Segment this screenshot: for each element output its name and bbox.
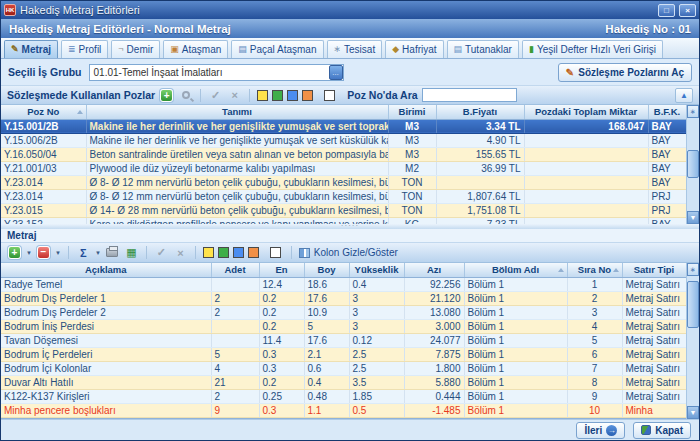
cell: 3 — [349, 291, 404, 305]
kolon-gizle-goster-button[interactable]: Kolon Gizle/Göster — [314, 247, 398, 258]
cell: 0.25 — [259, 389, 304, 403]
color-chip-yellow[interactable] — [203, 247, 214, 258]
column-customize-icon[interactable]: ∗ — [687, 263, 699, 276]
metraj-header-row: Açıklama Adet En Boy Yükseklik Azı Bölüm… — [1, 263, 686, 277]
cell: 9 — [211, 403, 259, 417]
cell: 0.4 — [304, 375, 349, 389]
table-row[interactable]: Y.23.014Ø 8- Ø 12 mm nervürlü beton çeli… — [1, 189, 686, 203]
maximize-button[interactable]: □ — [658, 4, 675, 17]
col-birimi[interactable]: Birimi — [388, 105, 436, 119]
table-row[interactable]: Bodrum İniş Perdesi0.2533.000Bölüm 14Met… — [1, 319, 686, 333]
tab-hafriyat[interactable]: ◆Hafriyat — [385, 40, 443, 58]
table-row[interactable]: Duvar Altı Hatılı210.20.43.55.880Bölüm 1… — [1, 375, 686, 389]
tesisat-icon: ∗ — [334, 45, 342, 54]
table-row[interactable]: Y.23.015Ø 14- Ø 28 mm nervürlü beton çel… — [1, 203, 686, 217]
scroll-down-icon[interactable]: ▼ — [687, 211, 699, 224]
scroll-thumb[interactable] — [687, 150, 699, 178]
cell — [524, 133, 648, 147]
color-chip-blue[interactable] — [287, 90, 298, 101]
search-poz-button[interactable] — [178, 88, 193, 103]
cell: 18.6 — [304, 277, 349, 291]
confirm-button[interactable]: ✓ — [154, 245, 169, 260]
cell: Radye Temel — [1, 277, 211, 291]
is-grubu-combobox[interactable]: 01.01-Temel İnşaat İmalatları … — [89, 64, 344, 81]
table-row[interactable]: Minha pencere boşlukları90.31.10.5-1.485… — [1, 403, 686, 417]
col-poz-no[interactable]: Poz No — [1, 105, 86, 119]
combo-ellipsis-button[interactable]: … — [329, 65, 343, 80]
tab-tutanaklar[interactable]: ▤Tutanaklar — [447, 40, 519, 58]
cell: KG — [388, 217, 436, 224]
table-row[interactable]: Radye Temel12.418.60.492.256Bölüm 11Metr… — [1, 277, 686, 291]
table-row[interactable]: Y.23.014Ø 8- Ø 12 mm nervürlü beton çeli… — [1, 175, 686, 189]
kapat-button[interactable]: Kapat — [633, 422, 691, 439]
table-row[interactable]: Bodrum İç Perdeleri50.32.12.57.875Bölüm … — [1, 347, 686, 361]
print-button[interactable] — [105, 245, 120, 260]
table-row[interactable]: Y.15.001/2BMakine ile her derinlik ve he… — [1, 119, 686, 133]
col-bfiyati[interactable]: B.Fiyatı — [436, 105, 524, 119]
col-pozdaki-toplam[interactable]: Pozdaki Toplam Miktar — [524, 105, 648, 119]
export-excel-button[interactable]: ▦ — [124, 245, 139, 260]
cell: Y.16.050/04 — [1, 147, 86, 161]
col-azi[interactable]: Azı — [404, 263, 464, 277]
color-chip-yellow[interactable] — [257, 90, 268, 101]
col-en[interactable]: En — [259, 263, 304, 277]
col-satir-tipi[interactable]: Satır Tipi — [622, 263, 686, 277]
sozlesme-pozlarini-ac-button[interactable]: ✎ Sözleşme Pozlarını Aç — [558, 63, 692, 82]
cancel-button[interactable]: × — [227, 88, 242, 103]
color-chip-blue[interactable] — [233, 247, 244, 258]
col-bfk[interactable]: B.F.K. — [648, 105, 686, 119]
collapse-up-button[interactable]: ▲ — [675, 88, 693, 103]
col-bolum-adi[interactable]: Bölüm Adı — [464, 263, 567, 277]
add-poz-button[interactable]: + — [159, 88, 174, 103]
table-row[interactable]: Y.15.006/2BMakine ile her derinlik ve he… — [1, 133, 686, 147]
remove-row-caret-icon[interactable]: ▼ — [55, 250, 61, 256]
metraj-scrollbar[interactable]: ∗ ▼ — [686, 263, 699, 419]
cell: 10.9 — [304, 305, 349, 319]
col-adet[interactable]: Adet — [211, 263, 259, 277]
color-chip-white[interactable] — [324, 90, 335, 101]
col-boy[interactable]: Boy — [304, 263, 349, 277]
close-button[interactable]: × — [679, 4, 696, 17]
cell: 3.5 — [349, 375, 404, 389]
sum-button[interactable]: Σ — [76, 245, 91, 260]
scroll-down-icon[interactable]: ▼ — [687, 406, 699, 419]
table-row[interactable]: Bodrum İçi Kolonlar40.30.62.51.800Bölüm … — [1, 361, 686, 375]
table-row[interactable]: Bodrum Dış Perdeler 120.217.6321.120Bölü… — [1, 291, 686, 305]
column-customize-icon[interactable]: ∗ — [687, 105, 699, 118]
tab-metraj[interactable]: ✎Metraj — [4, 40, 58, 58]
table-row[interactable]: K122-K137 Kirişleri20.250.481.850.444Böl… — [1, 389, 686, 403]
remove-row-button[interactable]: − — [36, 245, 51, 260]
col-aciklama[interactable]: Açıklama — [1, 263, 211, 277]
tab-pacal-atasman[interactable]: ▤Paçal Ataşman — [231, 40, 323, 58]
cell: 3.34 TL — [436, 119, 524, 133]
cell: Tavan Döşemesi — [1, 333, 211, 347]
table-row[interactable]: Y.16.050/04Beton santralinde üretilen ve… — [1, 147, 686, 161]
tab-yesil-defter[interactable]: ▮Yeşil Defter Hızlı Veri Girişi — [522, 40, 663, 58]
table-row[interactable]: Bodrum Dış Perdeler 220.210.9313.080Bölü… — [1, 305, 686, 319]
poz-search-input[interactable] — [422, 88, 517, 102]
sum-caret-icon[interactable]: ▼ — [95, 250, 101, 256]
tab-demir[interactable]: ¬Demir — [111, 40, 160, 58]
table-row[interactable]: Tavan Döşemesi11.417.60.1224.077Bölüm 15… — [1, 333, 686, 347]
add-row-caret-icon[interactable]: ▼ — [26, 250, 32, 256]
cancel-button[interactable]: × — [173, 245, 188, 260]
color-chip-green[interactable] — [272, 90, 283, 101]
col-tanimi[interactable]: Tanımı — [86, 105, 388, 119]
add-row-button[interactable]: + — [7, 245, 22, 260]
tab-atasman[interactable]: ▣Ataşman — [163, 40, 228, 58]
col-yukseklik[interactable]: Yükseklik — [349, 263, 404, 277]
col-sira-no[interactable]: Sıra No — [567, 263, 622, 277]
color-chip-orange[interactable] — [302, 90, 313, 101]
color-chip-green[interactable] — [218, 247, 229, 258]
plus-icon: + — [8, 246, 21, 259]
color-chip-orange[interactable] — [248, 247, 259, 258]
tab-profil[interactable]: ≣Profil — [61, 40, 108, 58]
ileri-button[interactable]: İleri → — [576, 422, 625, 439]
color-chip-white[interactable] — [270, 247, 281, 258]
confirm-button[interactable]: ✓ — [208, 88, 223, 103]
table-row[interactable]: Y.21.001/03Plywood ile düz yüzeyli beton… — [1, 161, 686, 175]
tab-tesisat[interactable]: ∗Tesisat — [327, 40, 383, 58]
pozlar-scrollbar[interactable]: ∗ ▼ — [686, 105, 699, 224]
scroll-thumb[interactable] — [687, 281, 699, 328]
pacal-atasman-icon: ▤ — [238, 45, 247, 54]
